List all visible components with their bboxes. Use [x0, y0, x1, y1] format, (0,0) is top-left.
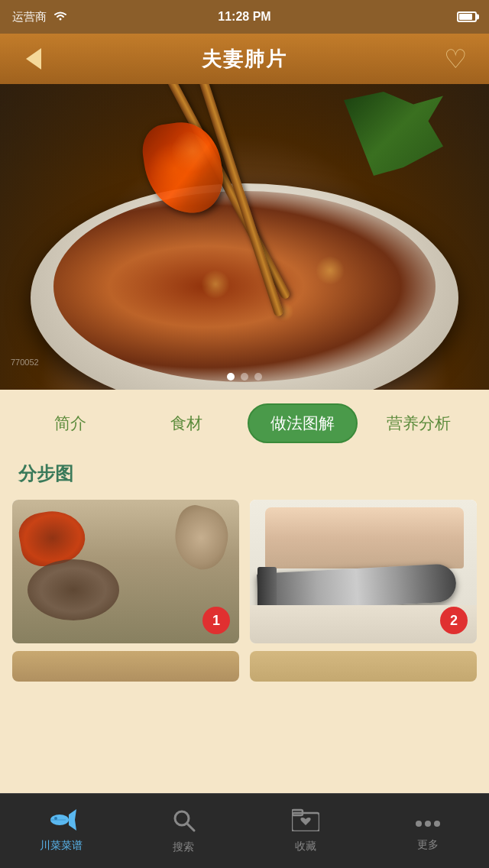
bottom-tab-favorites-label: 收藏 [295, 840, 316, 853]
carousel-dot-2[interactable] [241, 373, 248, 381]
watermark: 770052 [11, 358, 39, 367]
svg-point-10 [434, 821, 440, 827]
ingredient-2 [167, 501, 235, 574]
step-card-3-partial[interactable] [12, 651, 239, 682]
steps-section: 分步图 [0, 451, 489, 492]
tabs-row: 简介 食材 做法图解 营养分析 [15, 403, 474, 443]
bottom-tab-recipes-label: 川菜菜谱 [40, 839, 83, 853]
back-button[interactable] [15, 40, 52, 77]
ingredient-3 [28, 559, 119, 620]
bottom-tab-more-label: 更多 [417, 838, 439, 852]
bottom-tab-search-label: 搜索 [173, 840, 194, 854]
carousel-dot-1[interactable] [227, 373, 235, 381]
heart-icon: ♡ [444, 44, 467, 74]
favorite-button[interactable]: ♡ [437, 40, 474, 77]
knife-handle [257, 567, 277, 609]
image-carousel[interactable]: 770052 [0, 84, 489, 390]
status-left: 运营商 [12, 10, 68, 24]
fish-icon [46, 809, 76, 836]
svg-point-9 [425, 821, 431, 827]
greens [344, 92, 443, 176]
more-icon [414, 811, 442, 835]
page-title: 夫妻肺片 [202, 46, 287, 73]
carousel-dot-3[interactable] [254, 373, 262, 381]
svg-line-5 [187, 824, 194, 831]
status-time: 11:28 PM [218, 10, 270, 24]
svg-point-2 [54, 817, 57, 820]
food-overlay [0, 84, 489, 390]
carrier-label: 运营商 [12, 10, 47, 24]
step-badge-2: 2 [440, 607, 468, 634]
tab-intro[interactable]: 简介 [15, 403, 125, 443]
step-card-2[interactable]: 2 [250, 500, 477, 643]
status-right [457, 11, 477, 22]
hand-visual [265, 507, 464, 568]
tab-ingredients[interactable]: 食材 [131, 403, 241, 443]
svg-marker-1 [69, 809, 76, 831]
bottom-tabbar: 川菜菜谱 搜索 收藏 更多 [0, 793, 489, 868]
bottom-tab-favorites[interactable]: 收藏 [244, 794, 367, 868]
bottom-tab-more[interactable]: 更多 [367, 794, 489, 868]
status-bar: 运营商 11:28 PM [0, 0, 489, 34]
back-arrow-icon [26, 48, 41, 70]
wifi-icon [53, 10, 68, 24]
steps-grid: 1 2 [0, 492, 489, 651]
steps-title: 分步图 [18, 463, 73, 484]
search-icon [171, 808, 196, 837]
bottom-tab-search[interactable]: 搜索 [122, 794, 244, 868]
carousel-dots [227, 373, 262, 381]
steps-row2 [0, 651, 489, 689]
nav-bar: 夫妻肺片 ♡ [0, 34, 489, 84]
heart-folder-icon [292, 808, 319, 837]
tab-nutrition[interactable]: 营养分析 [364, 403, 474, 443]
step-card-1[interactable]: 1 [12, 500, 239, 643]
step-badge-1: 1 [202, 607, 230, 634]
svg-point-8 [416, 821, 422, 827]
battery-icon [457, 11, 477, 22]
step-card-4-partial[interactable] [250, 651, 477, 682]
tab-steps[interactable]: 做法图解 [248, 403, 358, 443]
bottom-tab-recipes[interactable]: 川菜菜谱 [0, 794, 122, 868]
tabs-section: 简介 食材 做法图解 营养分析 [0, 390, 489, 451]
